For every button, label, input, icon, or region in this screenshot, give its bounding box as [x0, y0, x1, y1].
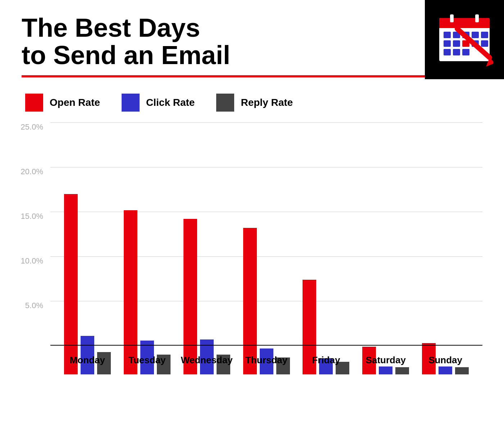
red-divider-line	[22, 75, 425, 77]
svg-rect-8	[472, 32, 479, 38]
svg-rect-9	[481, 32, 488, 38]
y-axis-labels: 25.0% 20.0% 15.0% 10.0% 5.0%	[22, 122, 47, 346]
bars-container	[50, 122, 482, 374]
svg-rect-14	[481, 40, 488, 47]
x-label-wednesday: Wednesday	[177, 355, 237, 366]
main-container: The Best Days to Send an Email	[0, 0, 504, 432]
legend-item-reply: Reply Rate	[216, 94, 293, 112]
svg-rect-5	[444, 32, 451, 38]
x-axis-labels: Monday Tuesday Wednesday Thursday Friday…	[50, 346, 482, 374]
legend-section: Open Rate Click Rate Reply Rate	[22, 94, 482, 112]
svg-rect-4	[475, 14, 479, 22]
x-label-tuesday: Tuesday	[117, 355, 177, 366]
y-label-25: 25.0%	[21, 122, 43, 132]
svg-rect-15	[444, 49, 451, 55]
chart-area: 25.0% 20.0% 15.0% 10.0% 5.0%	[22, 122, 482, 374]
title-block: The Best Days to Send an Email	[22, 14, 425, 77]
x-label-thursday: Thursday	[237, 355, 296, 366]
svg-rect-16	[453, 49, 460, 55]
legend-item-click: Click Rate	[122, 94, 195, 112]
y-label-5: 5.0%	[25, 301, 43, 310]
x-label-saturday: Saturday	[356, 355, 416, 366]
svg-rect-11	[453, 40, 460, 47]
legend-item-open: Open Rate	[25, 94, 100, 112]
legend-label-reply: Reply Rate	[241, 97, 293, 108]
svg-rect-3	[450, 14, 454, 22]
x-label-friday: Friday	[296, 355, 356, 366]
main-title: The Best Days to Send an Email	[22, 14, 425, 69]
svg-rect-10	[444, 40, 451, 47]
header-section: The Best Days to Send an Email	[22, 14, 482, 79]
legend-box-open	[25, 94, 43, 112]
calendar-icon	[436, 11, 493, 68]
y-label-20: 20.0%	[21, 167, 43, 176]
svg-rect-17	[462, 49, 469, 55]
legend-box-click	[122, 94, 140, 112]
x-label-monday: Monday	[58, 355, 117, 366]
svg-rect-2	[439, 24, 490, 28]
y-label-15: 15.0%	[21, 212, 43, 221]
calendar-icon-container	[425, 0, 504, 79]
x-label-sunday: Sunday	[416, 355, 475, 366]
y-label-10: 10.0%	[21, 256, 43, 266]
legend-label-open: Open Rate	[50, 97, 100, 108]
legend-label-click: Click Rate	[146, 97, 195, 108]
legend-box-reply	[216, 94, 234, 112]
